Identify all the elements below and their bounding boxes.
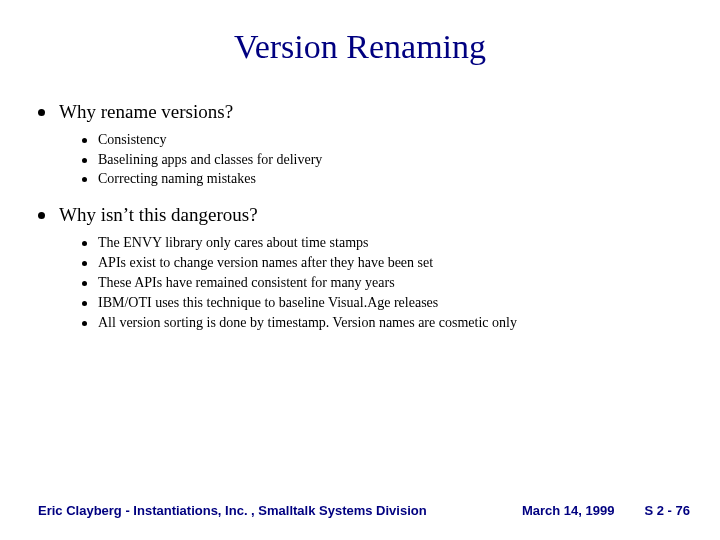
bullet-icon xyxy=(38,109,45,116)
section-heading: Why isn’t this dangerous? xyxy=(59,203,258,228)
footer-page: S 2 - 76 xyxy=(644,503,690,518)
list-item: IBM/OTI uses this technique to baseline … xyxy=(82,294,690,313)
list-item: The ENVY library only cares about time s… xyxy=(82,234,690,253)
list-item: Why isn’t this dangerous? xyxy=(38,203,690,228)
bullet-icon xyxy=(38,212,45,219)
sub-item-text: APIs exist to change version names after… xyxy=(98,254,433,273)
list-item: APIs exist to change version names after… xyxy=(82,254,690,273)
sub-list: Consistency Baselining apps and classes … xyxy=(38,131,690,190)
bullet-icon xyxy=(82,261,87,266)
slide: Version Renaming Why rename versions? Co… xyxy=(0,0,720,540)
bullet-icon xyxy=(82,301,87,306)
list-item: All version sorting is done by timestamp… xyxy=(82,314,690,333)
sub-item-text: IBM/OTI uses this technique to baseline … xyxy=(98,294,438,313)
footer-author: Eric Clayberg - Instantiations, Inc. , S… xyxy=(38,503,492,518)
sub-list: The ENVY library only cares about time s… xyxy=(38,234,690,332)
bullet-icon xyxy=(82,158,87,163)
list-item: Consistency xyxy=(82,131,690,150)
footer-date: March 14, 1999 xyxy=(522,503,615,518)
sub-item-text: Correcting naming mistakes xyxy=(98,170,256,189)
sub-item-text: All version sorting is done by timestamp… xyxy=(98,314,517,333)
sub-item-text: These APIs have remained consistent for … xyxy=(98,274,395,293)
slide-content: Why rename versions? Consistency Baselin… xyxy=(0,100,720,333)
bullet-icon xyxy=(82,138,87,143)
bullet-icon xyxy=(82,177,87,182)
section-heading: Why rename versions? xyxy=(59,100,233,125)
list-item: Baselining apps and classes for delivery xyxy=(82,151,690,170)
list-item: Why rename versions? xyxy=(38,100,690,125)
bullet-icon xyxy=(82,321,87,326)
list-item: These APIs have remained consistent for … xyxy=(82,274,690,293)
bullet-icon xyxy=(82,241,87,246)
sub-item-text: Baselining apps and classes for delivery xyxy=(98,151,322,170)
sub-item-text: Consistency xyxy=(98,131,166,150)
bullet-icon xyxy=(82,281,87,286)
slide-footer: Eric Clayberg - Instantiations, Inc. , S… xyxy=(0,503,720,518)
sub-item-text: The ENVY library only cares about time s… xyxy=(98,234,368,253)
list-item: Correcting naming mistakes xyxy=(82,170,690,189)
slide-title: Version Renaming xyxy=(0,0,720,86)
